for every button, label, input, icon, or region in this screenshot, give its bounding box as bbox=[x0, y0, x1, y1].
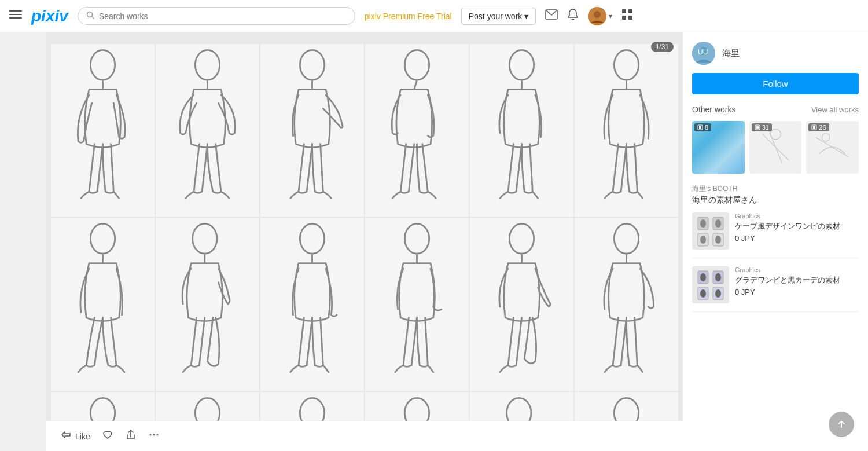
booth-title: 海里's BOOTH bbox=[692, 184, 859, 194]
more-action[interactable] bbox=[148, 429, 160, 443]
figure-1 bbox=[51, 44, 155, 217]
search-input[interactable] bbox=[99, 12, 347, 21]
view-all-works-link[interactable]: View all works bbox=[811, 105, 859, 114]
svg-line-68 bbox=[769, 131, 782, 164]
left-sidebar bbox=[0, 32, 46, 451]
search-icon bbox=[86, 11, 94, 21]
notification-icon[interactable] bbox=[567, 8, 579, 24]
svg-point-80 bbox=[715, 219, 721, 228]
post-your-work-button[interactable]: Post your work ▾ bbox=[461, 8, 536, 25]
author-avatar[interactable]: UU bbox=[692, 42, 715, 65]
figure-9 bbox=[260, 218, 364, 390]
bookmark-action[interactable] bbox=[102, 429, 113, 443]
booth-item-2-name: グラデワンピと黒カーデの素材 bbox=[735, 275, 859, 285]
other-works-grid: 8 31 26 bbox=[692, 121, 859, 174]
svg-point-88 bbox=[700, 273, 706, 281]
mail-icon[interactable] bbox=[545, 9, 558, 23]
svg-point-24 bbox=[90, 224, 115, 254]
svg-point-82 bbox=[715, 236, 721, 244]
avatar-chevron: ▾ bbox=[609, 12, 612, 20]
more-icon bbox=[148, 429, 160, 443]
figure-6 bbox=[575, 44, 678, 217]
svg-point-18 bbox=[404, 50, 429, 80]
svg-point-92 bbox=[149, 434, 151, 436]
figure-2 bbox=[156, 44, 259, 217]
svg-point-30 bbox=[404, 224, 429, 254]
figure-10 bbox=[365, 218, 469, 390]
main-layout: 1/31 bbox=[0, 32, 868, 451]
booth-thumb-2 bbox=[692, 266, 729, 303]
booth-item-2-info: Graphics グラデワンピと黒カーデの素材 0 JPY bbox=[735, 266, 859, 303]
booth-item-1-price: 0 JPY bbox=[735, 234, 859, 243]
artwork-panel: 1/31 bbox=[46, 32, 683, 451]
svg-point-69 bbox=[770, 129, 781, 140]
right-sidebar: UU 海里 Follow Other works View all works … bbox=[683, 32, 868, 451]
svg-point-28 bbox=[300, 224, 324, 254]
scroll-to-top-button[interactable] bbox=[829, 412, 854, 437]
svg-point-16 bbox=[300, 50, 324, 80]
figure-4 bbox=[365, 44, 469, 217]
svg-point-12 bbox=[90, 50, 115, 80]
figure-7 bbox=[51, 218, 155, 390]
svg-point-90 bbox=[700, 289, 706, 298]
booth-section: 海里's BOOTH 海里の素材屋さん bbox=[692, 184, 859, 312]
svg-point-22 bbox=[614, 50, 638, 80]
author-section: UU 海里 bbox=[692, 42, 859, 65]
other-work-thumb-2[interactable]: 31 bbox=[749, 121, 802, 174]
svg-line-4 bbox=[91, 17, 94, 19]
header: pixiv pixiv Premium Free Trial Post your… bbox=[0, 0, 868, 32]
svg-rect-2 bbox=[9, 17, 22, 19]
svg-point-14 bbox=[195, 50, 219, 80]
svg-rect-8 bbox=[622, 9, 626, 13]
booth-item-2-price: 0 JPY bbox=[735, 288, 859, 296]
svg-rect-9 bbox=[628, 9, 632, 13]
svg-point-81 bbox=[700, 236, 706, 244]
like-icon bbox=[60, 429, 72, 443]
svg-point-91 bbox=[715, 289, 721, 298]
heart-icon bbox=[102, 429, 113, 443]
share-icon bbox=[125, 429, 137, 443]
follow-button[interactable]: Follow bbox=[692, 73, 859, 94]
pixiv-logo[interactable]: pixiv bbox=[31, 7, 68, 25]
svg-point-89 bbox=[715, 273, 721, 281]
booth-item-2[interactable]: Graphics グラデワンピと黒カーデの素材 0 JPY bbox=[692, 266, 859, 312]
search-bar bbox=[78, 7, 355, 25]
svg-line-19 bbox=[414, 80, 417, 89]
user-avatar-container[interactable]: ▾ bbox=[588, 7, 612, 25]
user-avatar bbox=[588, 7, 606, 25]
booth-thumb-1 bbox=[692, 212, 729, 250]
booth-item-1-info: Graphics ケープ風デザインワンピの素材 0 JPY bbox=[735, 212, 859, 250]
share-action[interactable] bbox=[125, 429, 137, 443]
figure-8 bbox=[156, 218, 259, 390]
premium-trial-link[interactable]: pixiv Premium Free Trial bbox=[365, 12, 452, 21]
other-work-thumb-3[interactable]: 26 bbox=[806, 121, 859, 174]
booth-shop-name: 海里の素材屋さん bbox=[692, 195, 859, 206]
booth-item-1-name: ケープ風デザインワンピの素材 bbox=[735, 221, 859, 232]
svg-point-7 bbox=[594, 11, 601, 18]
like-action[interactable]: Like bbox=[60, 429, 90, 443]
booth-item-1[interactable]: Graphics ケープ風デザインワンピの素材 0 JPY bbox=[692, 212, 859, 258]
svg-point-94 bbox=[156, 434, 158, 436]
menu-icon[interactable] bbox=[9, 8, 22, 24]
booth-item-1-tag: Graphics bbox=[735, 212, 859, 219]
svg-point-93 bbox=[153, 434, 155, 436]
svg-point-79 bbox=[700, 219, 706, 228]
figure-11 bbox=[470, 218, 573, 390]
header-icons: ▾ bbox=[545, 7, 633, 25]
grid-icon[interactable] bbox=[621, 9, 633, 23]
svg-rect-10 bbox=[622, 16, 626, 20]
author-name: 海里 bbox=[722, 48, 740, 59]
bottom-bar: Like bbox=[46, 421, 683, 451]
other-work-thumb-1[interactable]: 8 bbox=[692, 121, 745, 174]
svg-rect-1 bbox=[9, 14, 22, 15]
content-area: 1/31 bbox=[46, 32, 868, 451]
like-label: Like bbox=[75, 432, 90, 441]
thumb-count-1: 8 bbox=[694, 123, 711, 131]
svg-point-34 bbox=[614, 224, 638, 254]
svg-rect-0 bbox=[9, 10, 22, 12]
figure-3 bbox=[260, 44, 364, 217]
svg-point-32 bbox=[509, 224, 534, 254]
figure-12 bbox=[575, 218, 678, 390]
other-works-label: Other works bbox=[692, 105, 735, 114]
svg-rect-64 bbox=[699, 126, 701, 129]
